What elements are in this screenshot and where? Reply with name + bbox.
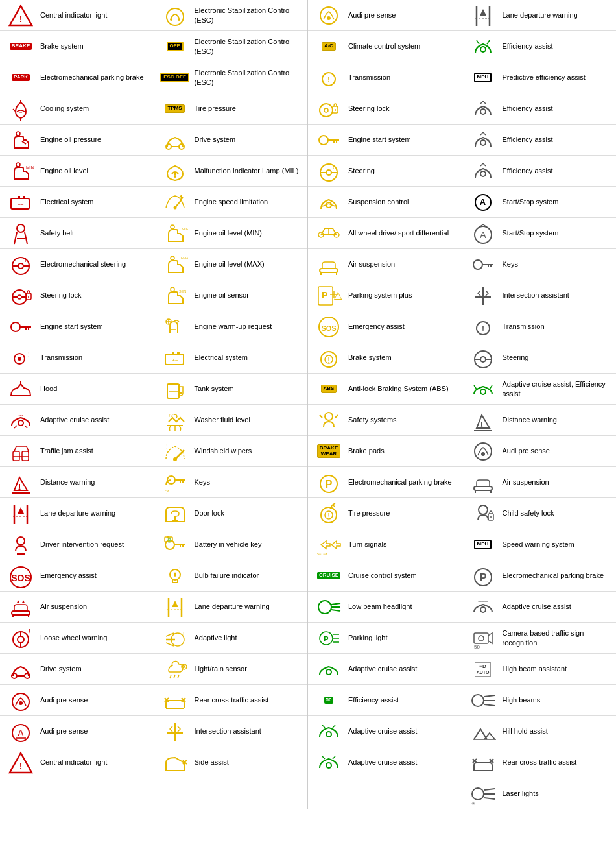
svg-point-95 bbox=[173, 457, 177, 461]
item-label: Audi pre sense bbox=[346, 10, 458, 19]
item-label: Climate control system bbox=[346, 42, 458, 51]
svg-point-77 bbox=[171, 225, 174, 229]
svg_washer-icon: !? bbox=[158, 409, 192, 432]
list-item: Engine start system bbox=[308, 125, 462, 156]
svg_lane_depart_w-icon bbox=[466, 4, 500, 27]
item-label: Start/Stop system bbox=[500, 197, 613, 206]
svg-line-215 bbox=[484, 695, 495, 697]
svg_transmission_y-icon: ! bbox=[312, 66, 346, 90]
list-item: BRAKEWEARBrake pads bbox=[308, 436, 462, 467]
list-item: Engine warm-up request bbox=[154, 311, 308, 342]
svg-text:?: ? bbox=[165, 488, 169, 494]
svg-point-193 bbox=[480, 357, 486, 362]
badge_text-icon: ESC OFF bbox=[158, 73, 192, 82]
item-label: Steering lock bbox=[38, 291, 150, 300]
svg-rect-36 bbox=[22, 451, 29, 461]
svg-rect-211 bbox=[474, 633, 488, 643]
svg_mil-icon bbox=[158, 160, 192, 183]
list-item: SENEngine oil sensor bbox=[154, 280, 308, 311]
svg_air_susp-icon: ▲▲ bbox=[4, 595, 38, 619]
list-item: AStart/Stop system bbox=[462, 187, 617, 218]
svg-point-74 bbox=[173, 206, 176, 209]
list-item: Intersection assistant bbox=[154, 716, 308, 747]
svg_seatbelt-icon bbox=[4, 222, 38, 245]
item-label: Engine warm-up request bbox=[192, 322, 304, 331]
column-4: Lane departure warning Efficiency assist… bbox=[462, 0, 617, 809]
item-label: Side assist bbox=[192, 758, 304, 767]
svg_drive_sys_y-icon bbox=[158, 128, 192, 152]
list-item: !Transmission bbox=[462, 311, 617, 342]
item-label: Efficiency assist bbox=[346, 695, 458, 704]
list-item: Efficiency assist bbox=[462, 125, 617, 156]
svg-point-92 bbox=[180, 392, 182, 394]
svg-rect-110 bbox=[167, 536, 169, 538]
item-label: Windshield wipers bbox=[192, 446, 304, 455]
item-label: Brake system bbox=[346, 353, 458, 362]
item-label: Adaptive cruise assist, Efficiency assis… bbox=[500, 379, 613, 398]
svg_cooling-icon: ~ bbox=[4, 97, 38, 121]
item-label: Cooling system bbox=[38, 104, 150, 113]
svg-point-204 bbox=[479, 505, 488, 514]
list-item: Hill hold assist bbox=[462, 716, 617, 747]
svg-text:---: --- bbox=[19, 413, 24, 417]
svg_lane_depart_y-icon bbox=[158, 595, 192, 619]
item-label: Loose wheel warning bbox=[38, 633, 150, 642]
svg_acc-icon: --- bbox=[4, 409, 38, 432]
item-label: Efficiency assist bbox=[500, 42, 613, 51]
item-label: Light/rain sensor bbox=[192, 664, 304, 673]
svg-point-125 bbox=[327, 16, 331, 20]
item-label: Central indicator light bbox=[38, 758, 150, 767]
badge_text-icon: BRAKE bbox=[4, 43, 38, 50]
svg_acc_g-icon: ─── bbox=[312, 658, 346, 681]
svg_safety_sys-icon bbox=[312, 409, 346, 432]
list-item: ───Adaptive cruise assist bbox=[462, 592, 617, 623]
item-label: Drive system bbox=[38, 664, 150, 673]
svg-point-129 bbox=[324, 108, 328, 112]
item-label: Distance warning bbox=[38, 477, 150, 486]
item-label: Safety systems bbox=[346, 415, 458, 424]
svg_oil_min-icon: MIN bbox=[158, 222, 192, 245]
item-label: Adaptive cruise assist bbox=[500, 602, 613, 611]
svg_steering_w-icon: ! bbox=[466, 346, 500, 370]
column-2: Electronic Stabilization Control (ESC)OF… bbox=[154, 0, 309, 809]
svg-point-177 bbox=[480, 47, 486, 52]
item-label: Adaptive cruise assist bbox=[346, 726, 458, 736]
svg_air_susp_w-icon bbox=[466, 471, 500, 494]
item-label: Transmission bbox=[346, 73, 458, 82]
list-item: Low beam headlight bbox=[308, 592, 462, 623]
svg_adaptive_cruise_eff-icon bbox=[466, 378, 500, 401]
svg-text:▲▲: ▲▲ bbox=[16, 599, 26, 605]
item-label: Engine oil level (MIN) bbox=[192, 228, 304, 237]
svg-text:SEN: SEN bbox=[179, 289, 186, 293]
svg-point-184 bbox=[473, 260, 482, 269]
svg-text:MAX: MAX bbox=[181, 256, 188, 260]
item-label: Traffic jam assist bbox=[38, 446, 150, 455]
item-label: Electrical system bbox=[192, 353, 304, 362]
list-item: Adaptive cruise assist bbox=[308, 747, 462, 778]
list-item: !Electromechanical steering bbox=[0, 249, 154, 280]
list-item: !Bulb failure indicator bbox=[154, 560, 308, 592]
list-item: Safety systems bbox=[308, 405, 462, 436]
svg-point-209 bbox=[480, 607, 486, 612]
svg-text:+−: +− bbox=[172, 357, 178, 363]
list-item: ?Keys bbox=[154, 467, 308, 498]
item-label: High beam assistant bbox=[500, 664, 613, 673]
svg-point-66 bbox=[170, 18, 172, 21]
svg_traffic_jam-icon bbox=[4, 440, 38, 463]
svg-text:P: P bbox=[326, 479, 333, 490]
badge_text-icon: CRUISE bbox=[312, 572, 346, 579]
svg-point-7 bbox=[16, 163, 20, 167]
svg_lane_depart-icon bbox=[4, 502, 38, 525]
svg-point-170 bbox=[326, 669, 331, 675]
item-label: Adaptive cruise assist bbox=[346, 664, 458, 673]
svg-point-44 bbox=[17, 537, 25, 545]
svg-point-180 bbox=[480, 171, 486, 176]
list-item: SOS Emergency assist bbox=[0, 560, 154, 592]
list-item: Child safety lock bbox=[462, 498, 617, 529]
item-label: Start/Stop system bbox=[500, 228, 613, 237]
list-item: Engine oil pressure bbox=[0, 125, 154, 156]
svg-line-221 bbox=[484, 789, 495, 790]
item-label: Camera-based traffic sign recognition bbox=[500, 629, 613, 647]
list-item: Adaptive cruise assist bbox=[308, 716, 462, 747]
svg_oil_max-icon: MAX bbox=[158, 253, 192, 276]
